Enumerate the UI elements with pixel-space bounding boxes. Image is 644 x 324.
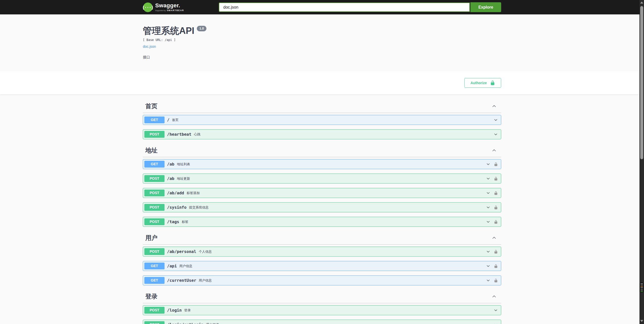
- scroll-down-arrow[interactable]: [640, 320, 643, 322]
- chevron-down-icon[interactable]: [486, 205, 490, 210]
- endpoint-description: 个人信息: [199, 249, 486, 254]
- chevron-down-icon[interactable]: [494, 322, 498, 324]
- row-icons: [486, 191, 498, 195]
- scrollbar-thumb[interactable]: [640, 6, 643, 159]
- endpoint-summary-bar[interactable]: GET /currentUser 用户信息: [143, 276, 501, 285]
- spec-url-input[interactable]: [219, 3, 470, 12]
- chevron-down-icon[interactable]: [494, 308, 498, 312]
- chevron-down-icon[interactable]: [486, 162, 490, 166]
- row-icons: [486, 278, 498, 283]
- chevron-down-icon[interactable]: [486, 176, 490, 181]
- method-badge: POST: [144, 248, 165, 255]
- section-header[interactable]: 用户: [143, 231, 501, 245]
- endpoint-row[interactable]: GET /api 用户信息: [143, 261, 501, 271]
- operations: 首页 GET / 首页 POST /heartbeat 心跳: [0, 95, 644, 324]
- endpoint-row[interactable]: POST /ab 地址更新: [143, 174, 501, 183]
- endpoint-summary-bar[interactable]: POST /sysinfo 提交系统信息: [143, 203, 501, 212]
- endpoint-description: 首页: [172, 118, 494, 122]
- authorize-button[interactable]: Authorize: [464, 78, 501, 88]
- endpoint-summary-bar[interactable]: POST /login 登录: [143, 306, 501, 315]
- row-icons: [494, 322, 498, 324]
- endpoint-row[interactable]: POST /login 登录: [143, 305, 501, 315]
- endpoint-summary-bar[interactable]: POST /heartbeat 心跳: [143, 130, 501, 139]
- chevron-down-icon[interactable]: [486, 220, 490, 224]
- endpoint-description: 用户信息: [179, 264, 486, 268]
- chevron-down-icon[interactable]: [494, 118, 498, 122]
- endpoint-row[interactable]: POST /ab/personal 个人信息: [143, 247, 501, 257]
- endpoint-path: /currentUser: [167, 278, 196, 283]
- endpoint-path: /login: [167, 308, 182, 313]
- row-icons: [486, 205, 498, 210]
- version-badge: 1.0: [197, 26, 206, 31]
- endpoint-path: /ab/personal: [167, 249, 196, 254]
- chevron-up-icon[interactable]: [492, 104, 497, 109]
- api-section: 用户 POST /ab/personal 个人信息: [143, 231, 501, 285]
- svg-text:{···}: {···}: [143, 5, 153, 10]
- lock-icon[interactable]: [494, 279, 498, 283]
- chevron-down-icon[interactable]: [486, 191, 490, 195]
- swagger-logo[interactable]: {···} Swagger. Supported by SMARTBEAR: [143, 2, 184, 12]
- brand-name: Swagger.: [155, 3, 184, 8]
- endpoint-row[interactable]: POST /tags 标签: [143, 217, 501, 227]
- endpoint-summary-bar[interactable]: POST /tags 标签: [143, 217, 501, 226]
- lock-icon[interactable]: [494, 205, 498, 210]
- row-icons: [494, 132, 498, 136]
- endpoint-description: 用户信息: [199, 278, 486, 283]
- lock-icon[interactable]: [494, 177, 498, 181]
- endpoint-description: 标签添加: [186, 191, 486, 195]
- chevron-down-icon[interactable]: [486, 278, 490, 283]
- chevron-down-icon[interactable]: [486, 264, 490, 268]
- explore-form: Explore: [219, 2, 501, 12]
- section-rows: POST /login 登录 POST /login/outLogin 退出登录: [143, 303, 501, 324]
- endpoint-row[interactable]: POST /heartbeat 心跳: [143, 129, 501, 139]
- endpoint-summary-bar[interactable]: POST /ab/personal 个人信息: [143, 247, 501, 256]
- endpoint-summary-bar[interactable]: GET /api 用户信息: [143, 261, 501, 271]
- endpoint-row[interactable]: POST /login/outLogin 退出登录: [143, 320, 501, 324]
- method-badge: GET: [144, 277, 165, 284]
- section-header[interactable]: 首页: [143, 100, 501, 113]
- method-badge: POST: [144, 307, 165, 314]
- endpoint-summary-bar[interactable]: POST /ab/add 标签添加: [143, 188, 501, 198]
- page-title: 管理系统API 1.0: [143, 26, 501, 36]
- chevron-up-icon[interactable]: [492, 148, 497, 153]
- endpoint-row[interactable]: GET /currentUser 用户信息: [143, 275, 501, 285]
- endpoint-row[interactable]: POST /ab/add 标签添加: [143, 188, 501, 198]
- section-rows: GET /ab 地址列表 POST /ab 地址更新: [143, 157, 501, 227]
- spec-link[interactable]: doc.json: [143, 44, 156, 49]
- lock-icon[interactable]: [494, 162, 498, 166]
- chevron-down-icon[interactable]: [486, 249, 490, 254]
- endpoint-summary-bar[interactable]: POST /login/outLogin 退出登录: [143, 320, 501, 324]
- endpoint-summary-bar[interactable]: GET /ab 地址列表: [143, 159, 501, 169]
- section-header[interactable]: 地址: [143, 144, 501, 157]
- scheme-container: Authorize: [0, 71, 644, 95]
- endpoint-row[interactable]: GET /ab 地址列表: [143, 159, 501, 169]
- swagger-logo-icon: {···}: [143, 2, 153, 12]
- row-icons: [486, 176, 498, 181]
- api-section: 首页 GET / 首页 POST /heartbeat 心跳: [143, 100, 501, 139]
- explore-button[interactable]: Explore: [470, 2, 501, 12]
- brand-subtitle: Supported by SMARTBEAR: [155, 9, 184, 12]
- method-badge: GET: [144, 263, 165, 269]
- method-badge: POST: [144, 190, 165, 196]
- chevron-up-icon[interactable]: [492, 235, 497, 240]
- endpoint-path: /sysinfo: [167, 205, 186, 210]
- lock-icon[interactable]: [494, 220, 498, 224]
- method-badge: POST: [144, 204, 165, 211]
- lock-icon[interactable]: [494, 250, 498, 254]
- endpoint-row[interactable]: GET / 首页: [143, 115, 501, 125]
- section-rows: GET / 首页 POST /heartbeat 心跳: [143, 113, 501, 139]
- endpoint-summary-bar[interactable]: POST /ab 地址更新: [143, 174, 501, 183]
- lock-icon[interactable]: [494, 264, 498, 268]
- section-header[interactable]: 登录: [143, 290, 501, 303]
- lock-icon[interactable]: [494, 191, 498, 195]
- unlocked-padlock-icon: [490, 80, 495, 85]
- chevron-up-icon[interactable]: [492, 294, 497, 299]
- authorize-label: Authorize: [470, 81, 487, 85]
- api-section: 地址 GET /ab 地址列表 POST: [143, 144, 501, 227]
- scrollbar-track[interactable]: [639, 0, 644, 324]
- api-description: 接口: [143, 55, 501, 60]
- endpoint-summary-bar[interactable]: GET / 首页: [143, 115, 501, 125]
- endpoint-row[interactable]: POST /sysinfo 提交系统信息: [143, 202, 501, 212]
- chevron-down-icon[interactable]: [494, 132, 498, 136]
- scroll-up-arrow[interactable]: [640, 2, 643, 4]
